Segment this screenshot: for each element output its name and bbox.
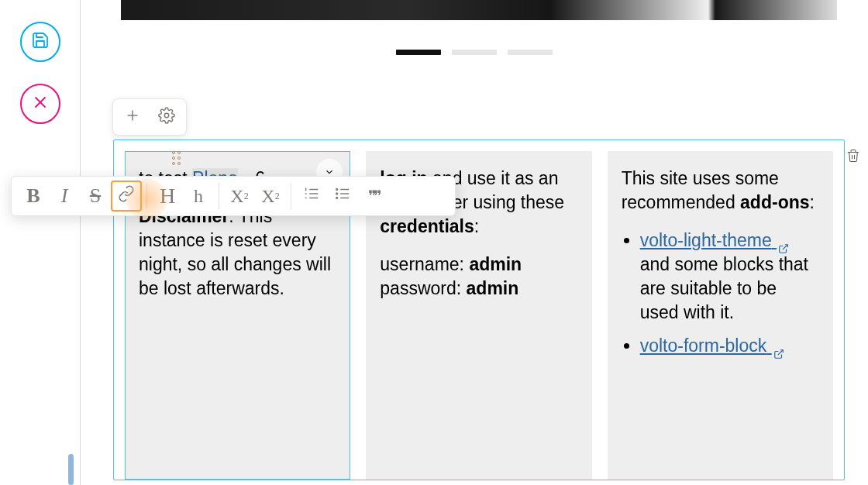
pager-dot-1[interactable] [396, 50, 441, 55]
external-link-icon [773, 342, 784, 353]
list-item[interactable]: volto-form-block [640, 334, 819, 358]
bold-button[interactable]: B [18, 181, 49, 212]
link-icon [118, 185, 135, 207]
col1-paragraph-2[interactable]: Disclaimer: This instance is reset every… [139, 205, 336, 301]
block-settings-button[interactable] [153, 104, 180, 130]
inline-text-toolbar: B I S H h X2 X2 ❞❞ [11, 176, 456, 216]
subscript-button[interactable]: X2 [224, 181, 255, 212]
cancel-button[interactable] [20, 84, 60, 124]
column-3[interactable]: This site uses some recommended add-ons:… [608, 151, 833, 480]
external-link-icon [778, 236, 789, 247]
svg-point-19 [336, 198, 338, 199]
superscript-button[interactable]: X2 [255, 181, 286, 212]
delete-block-button[interactable] [846, 147, 862, 164]
volto-form-block-link[interactable]: volto-form-block [640, 335, 784, 356]
svg-point-18 [336, 193, 338, 194]
ordered-list-icon [303, 185, 320, 207]
pager-dot-2[interactable] [452, 50, 497, 55]
block-mini-toolbar [112, 98, 187, 136]
unordered-list-button[interactable] [327, 181, 358, 212]
col3-paragraph[interactable]: This site uses some recommended add-ons: [622, 167, 819, 215]
pager-dot-3[interactable] [508, 50, 553, 55]
close-icon [31, 93, 50, 115]
addons-list: volto-light-theme and some blocks that a… [622, 229, 819, 358]
heading-1-button[interactable]: H [152, 181, 183, 212]
volto-light-theme-link[interactable]: volto-light-theme [640, 230, 789, 250]
hero-image [121, 0, 837, 20]
carousel-pager [81, 50, 868, 55]
svg-line-3 [783, 245, 787, 249]
save-button[interactable] [20, 22, 60, 62]
save-icon [31, 31, 50, 53]
svg-point-17 [336, 189, 338, 191]
canvas: to test Plone 6. Disclaimer: This instan… [81, 0, 868, 485]
left-rail [0, 0, 81, 485]
gear-icon [158, 107, 175, 127]
ordered-list-button[interactable] [296, 181, 327, 212]
italic-button[interactable]: I [49, 181, 80, 212]
svg-point-7 [164, 113, 169, 118]
plus-icon [124, 107, 141, 127]
list-item[interactable]: volto-light-theme and some blocks that a… [640, 229, 819, 325]
blockquote-button[interactable]: ❞❞ [358, 181, 389, 212]
col2-paragraph-2[interactable]: username: admin password: admin [380, 253, 577, 301]
add-block-button[interactable] [119, 104, 146, 130]
svg-line-4 [777, 350, 782, 355]
trash-icon [846, 153, 860, 167]
block-drag-handle[interactable] [172, 151, 184, 163]
heading-2-button[interactable]: h [183, 181, 214, 212]
scroll-indicator [68, 454, 74, 485]
link-button[interactable] [111, 181, 142, 212]
unordered-list-icon [334, 185, 351, 207]
strikethrough-button[interactable]: S [80, 181, 111, 212]
